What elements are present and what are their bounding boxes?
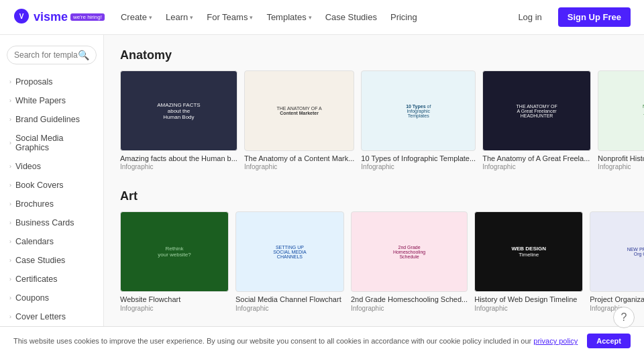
- main-content: Anatomy See All › AMAZING FACTSabout the…: [104, 35, 644, 355]
- card-title: Nonprofit History Timeline: [598, 154, 644, 163]
- sidebar-item-calendars[interactable]: ›Calendars: [0, 232, 103, 251]
- card-title: Project Organizational Chart: [590, 295, 644, 304]
- card-title: The Anatomy of a Content Mark...: [244, 154, 354, 163]
- template-card[interactable]: SETTING UPSOCIAL MEDIACHANNELS Social Me…: [235, 211, 344, 311]
- sidebar: 🔍 ›Proposals ›White Papers ›Brand Guidel…: [0, 35, 104, 355]
- nav-for-teams[interactable]: For Teams ▾: [207, 12, 253, 22]
- section-header-art: Art See All ›: [120, 189, 644, 203]
- section-header-anatomy: Anatomy See All ›: [120, 48, 644, 62]
- sidebar-item-case-studies[interactable]: ›Case Studies: [0, 251, 103, 270]
- sidebar-item-proposals[interactable]: ›Proposals: [0, 72, 103, 91]
- sidebar-item-brand-guidelines[interactable]: ›Brand Guidelines: [0, 110, 103, 129]
- card-type: Infographic: [474, 305, 583, 312]
- card-type: Infographic: [482, 163, 591, 170]
- page-wrapper: 🔍 ›Proposals ›White Papers ›Brand Guidel…: [0, 0, 644, 355]
- sidebar-item-brochures[interactable]: ›Brochures: [0, 195, 103, 213]
- search-box[interactable]: 🔍: [7, 46, 97, 64]
- sidebar-item-social-media-graphics[interactable]: ›Social Media Graphics: [0, 129, 103, 157]
- sidebar-item-book-covers[interactable]: ›Book Covers: [0, 176, 103, 195]
- logo[interactable]: V visme we're hiring!: [13, 8, 105, 26]
- template-card[interactable]: 10 Types ofInfographicTemplates 10 Types…: [361, 70, 476, 170]
- card-type: Infographic: [351, 305, 468, 312]
- nav-pricing[interactable]: Pricing: [390, 12, 417, 22]
- nav-case-studies[interactable]: Case Studies: [325, 12, 377, 22]
- anatomy-grid: AMAZING FACTSabout theHuman Body Amazing…: [120, 70, 644, 170]
- header: V visme we're hiring! Create ▾ Learn ▾ F…: [0, 0, 644, 35]
- section-title-anatomy: Anatomy: [120, 48, 172, 62]
- template-card[interactable]: Rethinkyour website? Website Flowchart I…: [120, 211, 229, 311]
- search-input[interactable]: [14, 50, 78, 60]
- card-title: Social Media Channel Flowchart: [235, 295, 344, 304]
- login-button[interactable]: Log in: [510, 8, 549, 26]
- section-anatomy: Anatomy See All › AMAZING FACTSabout the…: [120, 48, 644, 170]
- template-card[interactable]: NEW PROJECTOrg Chart Project Organizatio…: [590, 211, 644, 311]
- card-type: Infographic: [244, 163, 354, 170]
- sidebar-item-cover-letters[interactable]: ›Cover Letters: [0, 307, 103, 326]
- search-icon: 🔍: [78, 50, 89, 60]
- template-card[interactable]: THE ANATOMY OFA Great FreelancerHEADHUNT…: [482, 70, 591, 170]
- card-title: Website Flowchart: [120, 295, 229, 304]
- template-card[interactable]: THE ANATOMY OF AContent Marketer The Ana…: [244, 70, 354, 170]
- privacy-policy-link[interactable]: privacy policy: [533, 337, 578, 345]
- sidebar-item-business-cards[interactable]: ›Business Cards: [0, 213, 103, 232]
- nav-learn[interactable]: Learn ▾: [166, 12, 193, 22]
- signup-button[interactable]: Sign Up Free: [558, 7, 631, 27]
- card-title: Amazing facts about the Human b...: [120, 154, 237, 163]
- logo-badge: we're hiring!: [70, 13, 105, 21]
- cookie-accept-button[interactable]: Accept: [587, 334, 631, 348]
- sidebar-item-certificates[interactable]: ›Certificates: [0, 270, 103, 289]
- card-title: 2nd Grade Homeschooling Sched...: [351, 295, 468, 304]
- art-grid: Rethinkyour website? Website Flowchart I…: [120, 211, 644, 311]
- card-type: Infographic: [361, 163, 476, 170]
- template-card[interactable]: 2nd GradeHomeschoolingSchedule 2nd Grade…: [351, 211, 468, 311]
- help-button[interactable]: ?: [613, 307, 635, 328]
- card-type: Infographic: [598, 163, 644, 170]
- section-art: Art See All › Rethinkyour website? Websi…: [120, 189, 644, 311]
- sidebar-item-white-papers[interactable]: ›White Papers: [0, 91, 103, 110]
- logo-text: visme: [34, 10, 68, 24]
- svg-text:V: V: [19, 13, 24, 20]
- template-card[interactable]: AMAZING FACTSabout theHuman Body Amazing…: [120, 70, 237, 170]
- sidebar-item-videos[interactable]: ›Videos: [0, 157, 103, 176]
- card-title: History of Web Design Timeline: [474, 295, 583, 304]
- nav-templates[interactable]: Templates ▾: [266, 12, 311, 22]
- template-card[interactable]: NonprofitHistoryTimeline Nonprofit Histo…: [598, 70, 644, 170]
- card-title: The Anatomy of A Great Freela...: [482, 154, 591, 163]
- cookie-text: This website uses cookies to improve the…: [13, 337, 578, 345]
- card-type: Infographic: [120, 305, 229, 312]
- card-type: Infographic: [120, 163, 237, 170]
- section-title-art: Art: [120, 189, 138, 203]
- card-title: 10 Types of Infographic Template...: [361, 154, 476, 163]
- card-type: Infographic: [235, 305, 344, 312]
- header-actions: Log in Sign Up Free: [510, 7, 631, 27]
- main-nav: Create ▾ Learn ▾ For Teams ▾ Templates ▾…: [121, 12, 510, 22]
- logo-icon: V: [13, 8, 30, 26]
- template-card[interactable]: WEB DESIGNTimeline History of Web Design…: [474, 211, 583, 311]
- sidebar-item-coupons[interactable]: ›Coupons: [0, 289, 103, 307]
- cookie-bar: This website uses cookies to improve the…: [0, 326, 644, 355]
- nav-create[interactable]: Create ▾: [121, 12, 152, 22]
